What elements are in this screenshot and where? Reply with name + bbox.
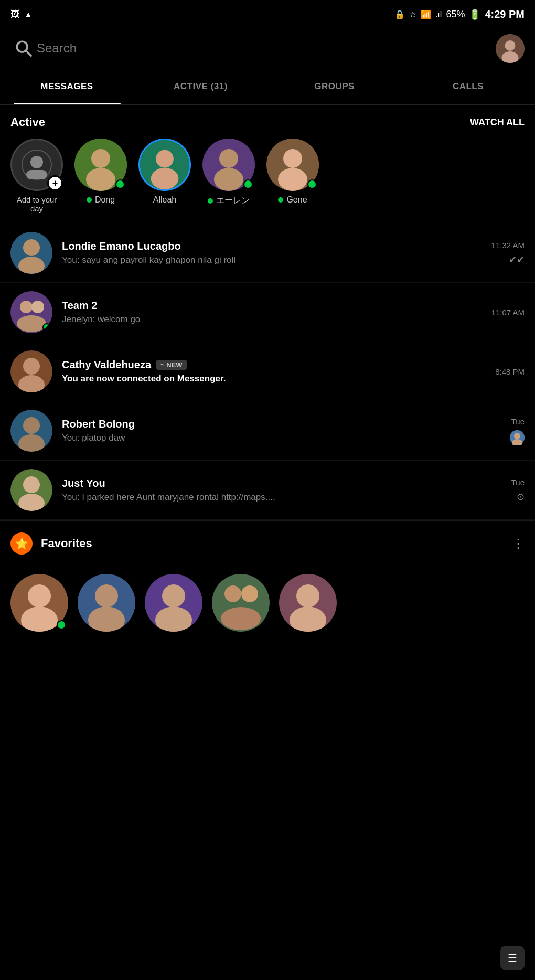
svg-point-3 <box>505 40 516 51</box>
favorites-header: ⭐ Favorites ⋮ <box>0 523 535 564</box>
active-person-dong[interactable]: Dong <box>74 139 127 213</box>
active-person-alleah[interactable]: Alleah <box>138 139 191 213</box>
search-input[interactable] <box>37 41 496 56</box>
conv-meta-team2: 11:07 AM <box>491 308 525 317</box>
active-avatar-wrap-dong <box>74 139 127 191</box>
fav-avatar-4 <box>212 574 270 632</box>
conv-meta-robert: Tue <box>510 417 525 445</box>
status-left: 🖼 ▲ <box>10 9 33 20</box>
conv-name-justyou: Just You <box>62 477 502 489</box>
watch-all-button[interactable]: WATCH ALL <box>470 117 525 128</box>
svg-line-1 <box>26 51 31 56</box>
active-person-gene[interactable]: Gene <box>266 139 319 213</box>
conv-time-robert: Tue <box>511 417 525 426</box>
tab-active[interactable]: ACTIVE (31) <box>134 68 268 104</box>
conv-avatar-justyou <box>10 469 52 511</box>
star-icon: ☆ <box>409 9 416 19</box>
svg-point-19 <box>278 168 307 191</box>
svg-point-25 <box>31 301 44 313</box>
svg-point-26 <box>17 315 46 332</box>
conv-preview-cathy: You are now connected on Messenger. <box>62 374 486 384</box>
tab-groups[interactable]: GROUPS <box>268 68 401 104</box>
tab-messages[interactable]: MESSAGES <box>0 68 134 104</box>
conv-time-team2: 11:07 AM <box>491 308 525 317</box>
active-name-gene: Gene <box>278 195 307 205</box>
active-avatar-wrap-alleah <box>138 139 191 191</box>
add-story-item[interactable]: + Add to your day <box>10 139 63 213</box>
favorite-item-2[interactable] <box>78 574 135 632</box>
tab-calls[interactable]: CALLS <box>401 68 535 104</box>
svg-point-18 <box>283 149 302 168</box>
conv-avatar-londie <box>10 232 52 274</box>
dot-dong <box>87 197 92 203</box>
network-icon: .ıl <box>435 10 442 19</box>
svg-point-49 <box>224 585 241 602</box>
conv-preview-londie: You: sayu ang payroll kay ghapon nila gi… <box>62 255 482 265</box>
conv-preview-team2: Jenelyn: welcom go <box>62 314 482 325</box>
online-indicator-eren <box>243 179 253 189</box>
new-badge-cathy: ~ NEW <box>156 360 187 370</box>
svg-point-21 <box>23 239 40 256</box>
conv-thumb-robert <box>510 430 525 445</box>
svg-point-40 <box>28 584 51 608</box>
svg-point-9 <box>91 149 110 168</box>
conversation-item-team2[interactable]: Team 2 Jenelyn: welcom go 11:07 AM <box>0 283 535 342</box>
lock-icon: 🔒 <box>394 9 405 19</box>
favorites-more-button[interactable]: ⋮ <box>512 536 525 551</box>
battery-percent: 65% <box>446 9 465 20</box>
conv-time-justyou: Tue <box>511 478 525 487</box>
conversation-item-londie[interactable]: Londie Emano Lucagbo You: sayu ang payro… <box>0 223 535 283</box>
active-name-alleah: Alleah <box>153 195 176 205</box>
favorites-star-icon: ⭐ <box>10 532 33 555</box>
dot-gene <box>278 197 283 203</box>
svg-point-34 <box>514 433 520 439</box>
conv-name-team2: Team 2 <box>62 300 482 312</box>
clock: 4:29 PM <box>485 8 525 20</box>
compose-button[interactable]: ☰ <box>500 946 525 970</box>
favorite-item-3[interactable] <box>145 574 202 632</box>
svg-point-31 <box>23 417 40 434</box>
conv-content-team2: Team 2 Jenelyn: welcom go <box>62 300 482 325</box>
conv-preview-robert: You: platop daw <box>62 433 500 443</box>
favorites-section: ⭐ Favorites ⋮ <box>0 523 535 641</box>
battery-icon: 🔋 <box>469 9 480 20</box>
svg-point-15 <box>219 149 238 168</box>
favorite-item-5[interactable] <box>279 574 337 632</box>
active-avatar-wrap-gene <box>266 139 319 191</box>
conv-content-justyou: Just You You: I parked here Aunt maryjan… <box>62 477 502 503</box>
conversation-item-justyou[interactable]: Just You You: I parked here Aunt maryjan… <box>0 461 535 520</box>
add-story-avatar-wrap: + <box>10 139 63 191</box>
active-person-eren[interactable]: エーレン <box>202 139 255 213</box>
svg-point-43 <box>95 584 118 608</box>
conversation-item-cathy[interactable]: Cathy Valdehueza ~ NEW You are now conne… <box>0 342 535 401</box>
status-bar: 🖼 ▲ 🔒 ☆ 📶 .ıl 65% 🔋 4:29 PM <box>0 0 535 29</box>
fav-online-1 <box>57 620 66 630</box>
avatar[interactable] <box>496 34 525 63</box>
conv-name-londie: Londie Emano Lucagbo <box>62 240 482 252</box>
svg-point-46 <box>162 584 185 608</box>
conv-preview-justyou: You: I parked here Aunt maryjane rontal … <box>62 492 502 503</box>
svg-point-51 <box>221 607 261 630</box>
active-row: + Add to your day Dong <box>10 139 535 218</box>
favorite-item-4[interactable] <box>212 574 270 632</box>
wifi-icon: 📶 <box>421 9 431 19</box>
active-avatar-wrap-eren <box>202 139 255 191</box>
conv-content-londie: Londie Emano Lucagbo You: sayu ang payro… <box>62 240 482 265</box>
conv-meta-justyou: Tue ⊙ <box>511 478 525 503</box>
svg-point-6 <box>30 156 43 168</box>
active-avatar-alleah <box>138 139 191 191</box>
favorite-item-1[interactable] <box>10 574 68 632</box>
search-icon[interactable] <box>10 35 37 61</box>
active-name-dong: Dong <box>87 195 115 205</box>
favorites-label: Favorites <box>41 537 504 550</box>
svg-point-16 <box>214 168 243 191</box>
active-section: Active WATCH ALL + Add to your day <box>0 105 535 223</box>
svg-point-12 <box>156 150 174 168</box>
photo-icon: 🖼 <box>10 9 20 20</box>
conv-meta-cathy: 8:48 PM <box>495 367 525 376</box>
add-story-badge: + <box>47 175 63 191</box>
conversation-item-robert[interactable]: Robert Bolong You: platop daw Tue <box>0 401 535 461</box>
conv-avatar-robert <box>10 410 52 452</box>
conv-time-londie: 11:32 AM <box>491 241 525 250</box>
fav-avatar-5 <box>279 574 337 632</box>
